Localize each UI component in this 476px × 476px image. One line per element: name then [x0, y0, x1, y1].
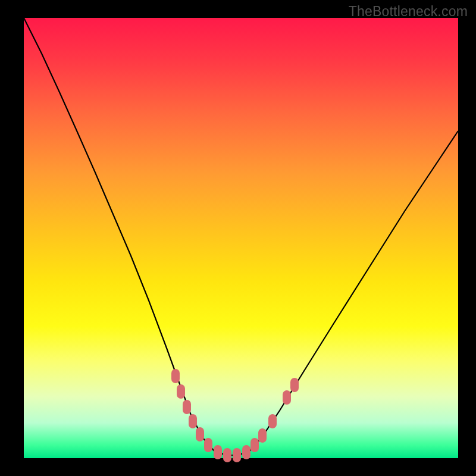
curve-marker	[250, 438, 259, 452]
curve-marker	[183, 400, 191, 414]
curve-marker	[233, 448, 241, 462]
curve-markers	[171, 369, 299, 462]
curve-marker	[189, 414, 197, 428]
curve-marker	[290, 378, 299, 392]
curve-marker	[242, 445, 250, 459]
curve-marker	[223, 448, 231, 462]
curve-marker	[258, 428, 267, 443]
curve-marker	[177, 384, 185, 399]
chart-frame: TheBottleneck.com	[0, 0, 476, 476]
curve-marker	[204, 438, 212, 452]
curve-layer	[24, 18, 458, 458]
curve-marker	[268, 414, 277, 428]
curve-marker	[283, 390, 291, 405]
bottleneck-curve	[24, 18, 458, 455]
watermark-text: TheBottleneck.com	[349, 4, 468, 20]
curve-marker	[196, 427, 204, 441]
plot-area	[24, 18, 458, 458]
curve-marker	[171, 369, 180, 383]
curve-marker	[214, 445, 222, 459]
